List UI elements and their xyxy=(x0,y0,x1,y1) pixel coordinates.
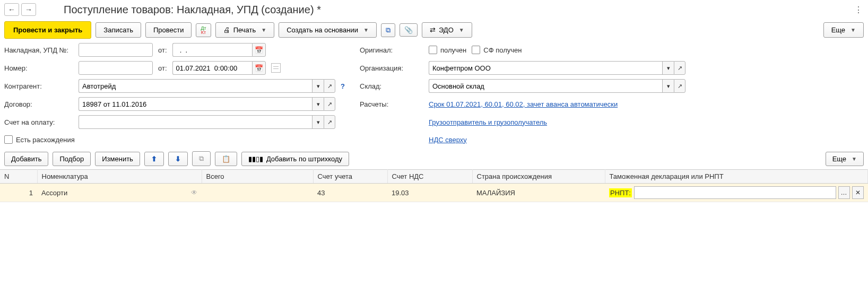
add-row-button[interactable]: Добавить xyxy=(4,152,48,166)
contract-input[interactable] xyxy=(79,97,312,111)
post-button[interactable]: Провести xyxy=(145,22,192,38)
from-label: от: xyxy=(158,46,167,54)
col-country[interactable]: Страна происхождения xyxy=(472,170,605,184)
original-label: Оригинал: xyxy=(360,46,423,54)
number-input[interactable] xyxy=(79,61,153,75)
calendar-icon[interactable]: 📅 xyxy=(252,61,266,75)
help-icon[interactable]: ? xyxy=(341,82,345,90)
edo-button[interactable]: ⇄ ЭДО ▼ xyxy=(422,22,472,38)
dtkt-icon: ДтКт xyxy=(201,26,206,34)
nav-forward-button[interactable]: → xyxy=(21,3,36,16)
contract-label: Договор: xyxy=(4,100,73,108)
write-button[interactable]: Записать xyxy=(96,22,141,38)
nav-back-button[interactable]: ← xyxy=(4,3,19,16)
col-vat-account[interactable]: Счет НДС xyxy=(387,170,472,184)
discrepancy-label: Есть расхождения xyxy=(16,136,75,144)
from-label-2: от: xyxy=(158,64,167,72)
dropdown-button[interactable]: ▾ xyxy=(312,115,324,129)
dropdown-button[interactable]: ▾ xyxy=(312,79,324,93)
cell-vat-account[interactable]: 19.03 xyxy=(387,184,472,202)
more-button[interactable]: Еще ▼ xyxy=(823,22,864,38)
received-label: получен xyxy=(440,46,466,54)
chevron-down-icon: ▼ xyxy=(261,27,266,33)
counterparty-label: Контрагент: xyxy=(4,82,73,90)
cell-country[interactable]: МАЛАЙЗИЯ xyxy=(472,184,605,202)
change-button[interactable]: Изменить xyxy=(95,152,140,166)
chevron-down-icon: ▼ xyxy=(852,156,857,162)
table-more-button[interactable]: Еще ▼ xyxy=(826,152,864,166)
kebab-menu-icon[interactable]: ⋮ xyxy=(853,3,864,16)
counterparty-input[interactable] xyxy=(79,79,312,93)
calendar-icon[interactable]: 📅 xyxy=(252,43,266,57)
discrepancy-checkbox[interactable] xyxy=(4,135,13,144)
open-button[interactable]: ↗ xyxy=(324,97,335,111)
printer-icon: 🖨 xyxy=(223,26,230,34)
col-nomenclature[interactable]: Номенклатура xyxy=(37,170,202,184)
open-button[interactable]: ↗ xyxy=(674,61,685,75)
table-row[interactable]: 1 Ассорти 👁 43 19.03 МАЛАЙЗИЯ РНПТ: … ✕ xyxy=(0,184,868,202)
warehouse-input[interactable] xyxy=(429,79,662,93)
ellipsis-button[interactable]: … xyxy=(838,186,850,199)
view-icon[interactable]: 👁 xyxy=(191,189,197,196)
number-date-input[interactable] xyxy=(172,61,252,75)
chevron-down-icon: ▼ xyxy=(363,27,369,33)
received-checkbox[interactable] xyxy=(429,46,437,54)
paste-button[interactable]: 📋 xyxy=(215,152,237,166)
org-input[interactable] xyxy=(429,61,662,75)
col-account[interactable]: Счет учета xyxy=(313,170,387,184)
warehouse-label: Склад: xyxy=(360,82,423,90)
chevron-down-icon: ▼ xyxy=(459,27,464,33)
pick-button[interactable]: Подбор xyxy=(53,152,91,166)
barcode-icon: ▮▮▯▮ xyxy=(248,155,263,163)
org-label: Организация: xyxy=(360,64,423,72)
invoice-pay-input[interactable] xyxy=(79,115,312,129)
copy-button[interactable]: ⧉ xyxy=(192,151,211,166)
move-down-button[interactable]: ⬇ xyxy=(168,152,188,166)
vat-link[interactable]: НДС сверху xyxy=(429,136,467,144)
dropdown-button[interactable]: ▾ xyxy=(662,79,674,93)
create-based-on-button[interactable]: Создать на основании ▼ xyxy=(279,22,377,38)
payments-link[interactable]: Срок 01.07.2021, 60.01, 60.02, зачет ава… xyxy=(429,100,618,108)
payments-label: Расчеты: xyxy=(360,100,423,108)
dropdown-button[interactable]: ▾ xyxy=(312,97,324,111)
page-title: Поступление товаров: Накладная, УПД (соз… xyxy=(64,4,851,16)
dropdown-button[interactable]: ▾ xyxy=(662,61,674,75)
print-button[interactable]: 🖨 Печать ▼ xyxy=(215,22,275,38)
col-n[interactable]: N xyxy=(0,170,37,184)
open-button[interactable]: ↗ xyxy=(674,79,685,93)
cell-account[interactable]: 43 xyxy=(313,184,387,202)
post-and-close-button[interactable]: Провести и закрыть xyxy=(4,21,91,39)
chevron-down-icon: ▼ xyxy=(850,27,856,33)
sf-received-label: СФ получен xyxy=(483,46,522,54)
structure-button[interactable]: ⧉ xyxy=(381,23,395,37)
open-button[interactable]: ↗ xyxy=(324,115,335,129)
shipper-link[interactable]: Грузоотправитель и грузополучатель xyxy=(429,118,547,126)
cell-total[interactable] xyxy=(202,184,313,202)
cell-nomenclature[interactable]: Ассорти 👁 xyxy=(37,184,202,202)
notes-icon[interactable] xyxy=(271,63,281,73)
rnpt-label: РНПТ: xyxy=(609,188,632,197)
number-label: Номер: xyxy=(4,64,73,72)
col-customs[interactable]: Таможенная декларация или РНПТ xyxy=(605,170,868,184)
copy-icon: ⧉ xyxy=(199,154,204,163)
invoice-no-label: Накладная, УПД №: xyxy=(4,46,73,54)
cell-customs[interactable]: РНПТ: … ✕ xyxy=(605,184,868,202)
customs-input[interactable] xyxy=(634,186,836,199)
edo-icon: ⇄ xyxy=(430,26,436,34)
add-barcode-button[interactable]: ▮▮▯▮ Добавить по штрихкоду xyxy=(241,152,349,166)
arrow-down-icon: ⬇ xyxy=(175,155,181,163)
paperclip-icon: 📎 xyxy=(404,26,413,34)
col-total[interactable]: Всего xyxy=(202,170,313,184)
move-up-button[interactable]: ⬆ xyxy=(144,152,164,166)
invoice-date-input[interactable] xyxy=(172,43,252,57)
attachment-button[interactable]: 📎 xyxy=(400,23,418,37)
arrow-up-icon: ⬆ xyxy=(151,155,157,163)
cell-n[interactable]: 1 xyxy=(0,184,37,202)
open-button[interactable]: ↗ xyxy=(324,79,335,93)
invoice-pay-label: Счет на оплату: xyxy=(4,118,73,126)
sf-received-checkbox[interactable] xyxy=(472,46,480,54)
invoice-no-input[interactable] xyxy=(79,43,153,57)
dtkt-button[interactable]: ДтКт xyxy=(196,23,211,37)
structure-icon: ⧉ xyxy=(386,26,390,34)
clear-button[interactable]: ✕ xyxy=(852,186,864,199)
